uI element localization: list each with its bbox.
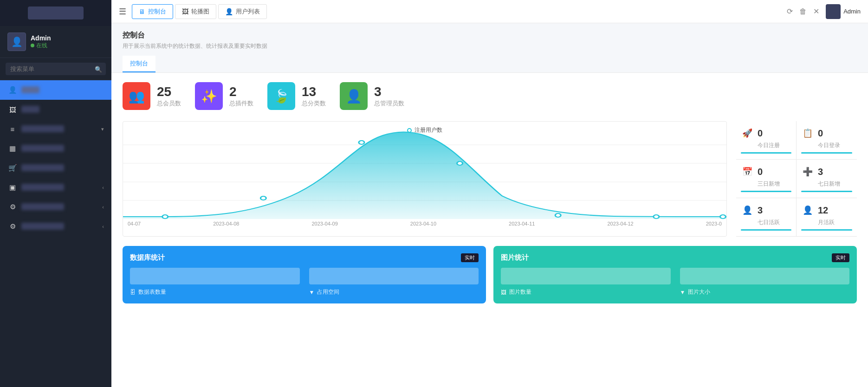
sidebar-item-label: 文件管理 xyxy=(21,183,102,192)
search-icon: 🔍 xyxy=(95,65,102,72)
admins-label: 总管理员数 xyxy=(374,99,404,108)
date-5: 2023-04-12 xyxy=(607,221,633,226)
carousel-icon: 🖼 xyxy=(7,106,18,114)
categories-value: 13 xyxy=(302,84,326,99)
sidebar-user-panel: 👤 Admin 在线 xyxy=(0,26,111,58)
img-count-label: 🖼 图片数量 xyxy=(501,288,671,296)
legend-dot xyxy=(407,128,412,133)
plugins-label: 总插件数 xyxy=(229,99,253,108)
files-icon: ▣ xyxy=(7,183,18,192)
db-realtime-badge: 实时 xyxy=(461,253,479,262)
img-size: ▼ 图片大小 xyxy=(680,268,850,296)
members-label: 总会员数 xyxy=(157,99,181,108)
db-table-count: 🗄 数据表数量 xyxy=(130,268,300,296)
topbar-user[interactable]: Admin xyxy=(826,4,861,19)
articles-icon: ≡ xyxy=(7,125,18,133)
svg-point-6 xyxy=(359,141,364,144)
stat-plugins: ✨ 2 总插件数 xyxy=(195,82,253,110)
close-button[interactable]: ✕ xyxy=(813,7,819,16)
page-subtitle: 用于展示当前系统中的统计数据、统计报表及重要实时数据 xyxy=(123,42,857,50)
page-title: 控制台 xyxy=(123,31,857,40)
seven-day-active-value: 3 xyxy=(758,205,763,216)
topbar-tabs: 🖥 控制台 🖼 轮播图 👤 用户列表 xyxy=(132,4,787,19)
stats-row: 👥 25 总会员数 ✨ 2 总插件数 🍃 13 总分类数 xyxy=(123,82,857,110)
sidebar-item-users[interactable]: ⚙ 用户管理 ‹ xyxy=(0,197,111,217)
sidebar-item-products[interactable]: ▦ 商品管理 xyxy=(0,139,111,158)
img-size-icon: ▼ xyxy=(680,289,686,296)
sidebar-item-system[interactable]: ⚙ 系统管理 ‹ xyxy=(0,217,111,236)
today-register-value: 0 xyxy=(758,128,763,139)
sidebar-item-label: 控制台 xyxy=(21,86,104,94)
three-day-label: 三日新增 xyxy=(758,180,791,188)
tab-dashboard[interactable]: 🖥 控制台 xyxy=(132,4,173,19)
seven-day-new-bar xyxy=(801,191,852,192)
stat-admins: 👤 3 总管理员数 xyxy=(340,82,404,110)
categories-icon: 🍃 xyxy=(267,82,295,110)
side-stat-three-day: 📅 0 三日新增 xyxy=(736,160,797,198)
stat-categories: 🍃 13 总分类数 xyxy=(267,82,326,110)
admins-value: 3 xyxy=(374,84,404,99)
rocket-icon: 🚀 xyxy=(741,127,754,140)
sidebar-item-label: 文章管理 xyxy=(21,125,101,133)
seven-day-active-label: 七日活跃 xyxy=(758,219,791,226)
sidebar-item-dashboard[interactable]: 👤 控制台 xyxy=(0,80,111,100)
sidebar-item-files[interactable]: ▣ 文件管理 ‹ xyxy=(0,178,111,197)
db-table-icon: 🗄 xyxy=(130,289,136,296)
members-value: 25 xyxy=(157,84,181,99)
login-icon: 📋 xyxy=(801,127,814,140)
user-status: 在线 xyxy=(31,42,51,50)
plus-icon: ➕ xyxy=(801,165,814,178)
plugins-icon: ✨ xyxy=(195,82,223,110)
img-count-icon: 🖼 xyxy=(501,289,506,296)
img-count: 🖼 图片数量 xyxy=(501,268,671,296)
svg-point-9 xyxy=(654,215,659,219)
members-icon: 👥 xyxy=(123,82,150,110)
main-content: ☰ 🖥 控制台 🖼 轮播图 👤 用户列表 ⟳ 🗑 ✕ Admin xyxy=(111,0,868,387)
delete-button[interactable]: 🗑 xyxy=(799,7,807,16)
sidebar-item-label: 订单管理 xyxy=(21,164,104,172)
page-tab-dashboard[interactable]: 控制台 xyxy=(123,56,155,72)
svg-point-4 xyxy=(162,215,168,219)
month-active-label: 月活跃 xyxy=(818,219,852,226)
sidebar-logo xyxy=(0,0,111,26)
admins-icon: 👤 xyxy=(340,82,368,110)
carousel-tab-icon: 🖼 xyxy=(182,8,188,15)
chart-legend: 注册用户数 xyxy=(407,126,442,134)
status-dot xyxy=(31,44,34,47)
svg-point-8 xyxy=(555,213,561,217)
chart-container: 注册用户数 xyxy=(123,121,727,237)
today-register-label: 今日注册 xyxy=(758,142,791,149)
legend-label: 注册用户数 xyxy=(415,126,442,134)
sidebar-item-label: 商品管理 xyxy=(21,144,104,153)
categories-label: 总分类数 xyxy=(302,99,326,108)
tab-carousel[interactable]: 🖼 轮播图 xyxy=(175,4,216,19)
sidebar-item-carousel[interactable]: 🖼 轮播图 xyxy=(0,100,111,119)
sidebar-item-articles[interactable]: ≡ 文章管理 ▾ xyxy=(0,119,111,139)
dashboard-icon: 👤 xyxy=(7,86,18,94)
today-login-label: 今日登录 xyxy=(818,142,852,149)
topbar-actions: ⟳ 🗑 ✕ Admin xyxy=(787,4,861,19)
refresh-button[interactable]: ⟳ xyxy=(787,7,793,16)
img-realtime-badge: 实时 xyxy=(832,253,849,262)
date-3: 2023-04-10 xyxy=(410,221,436,226)
sidebar-item-orders[interactable]: 🛒 订单管理 xyxy=(0,158,111,178)
image-stats-card: 图片统计 实时 🖼 图片数量 ▼ xyxy=(493,246,857,303)
three-day-bar xyxy=(741,191,791,192)
img-size-label: ▼ 图片大小 xyxy=(680,288,850,296)
today-register-bar xyxy=(741,152,791,154)
avatar: 👤 xyxy=(7,32,26,51)
sidebar-item-label: 轮播图 xyxy=(21,105,104,114)
chevron-down-icon: ▾ xyxy=(101,126,104,132)
search-input[interactable] xyxy=(6,63,106,75)
chevron-left-icon: ‹ xyxy=(102,224,104,229)
tab-userlist[interactable]: 👤 用户列表 xyxy=(218,4,267,19)
page-tabs: 控制台 xyxy=(123,56,857,72)
topbar-username: Admin xyxy=(843,8,861,15)
products-icon: ▦ xyxy=(7,144,18,153)
today-login-value: 0 xyxy=(818,128,823,139)
users-icon: ⚙ xyxy=(7,203,18,211)
side-stats: 🚀 0 今日注册 📋 0 今日登录 📅 xyxy=(736,121,857,237)
orders-icon: 🛒 xyxy=(7,164,18,172)
dashboard-tab-icon: 🖥 xyxy=(139,8,145,15)
hamburger-icon[interactable]: ☰ xyxy=(119,6,126,17)
